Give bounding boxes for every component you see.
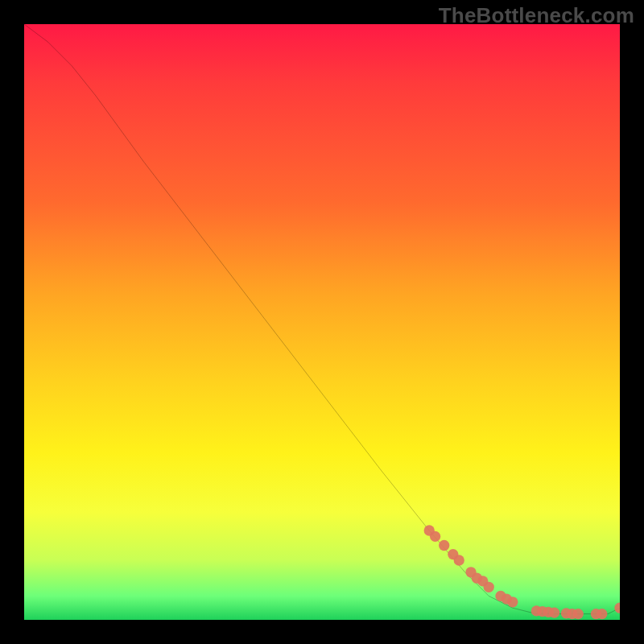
data-point xyxy=(439,540,449,551)
data-point xyxy=(614,603,620,613)
bottleneck-curve-path xyxy=(24,24,620,614)
data-point xyxy=(507,597,518,607)
data-point xyxy=(573,609,584,619)
data-point xyxy=(454,555,464,565)
plot-area xyxy=(24,24,620,620)
data-point xyxy=(549,607,559,617)
curve-layer xyxy=(24,24,620,620)
data-point xyxy=(597,609,607,619)
chart-stage: TheBottleneck.com xyxy=(0,0,644,644)
data-point xyxy=(484,582,494,592)
data-point xyxy=(430,531,440,542)
highlighted-points-group xyxy=(424,525,620,619)
